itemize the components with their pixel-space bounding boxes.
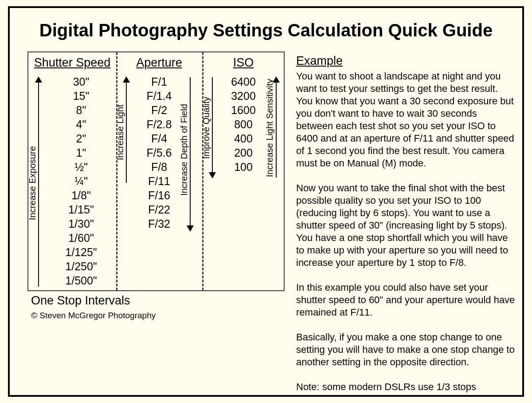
settings-table: Shutter Speed 30"15"8"4"2"1"½"¼"1/8"1/15… [27, 51, 285, 291]
arrow-label-improve-quality: Improve Quality [201, 92, 211, 163]
page-title: Digital Photography Settings Calculation… [10, 20, 522, 40]
value-item: 15" [37, 89, 125, 103]
arrow-up-icon [126, 77, 127, 183]
column-header-shutter: Shutter Speed [28, 56, 116, 70]
one-stop-intervals-label: One Stop Intervals [31, 294, 130, 308]
example-paragraph: Note: some modern DSLRs use 1/3 stops [296, 381, 516, 393]
example-paragraph: In this example you could also have set … [296, 281, 516, 319]
arrow-up-icon [38, 77, 39, 287]
value-item: 2" [37, 131, 125, 146]
value-item: ½" [37, 160, 125, 174]
arrow-up-icon [276, 77, 277, 178]
value-item: 1/30" [37, 217, 125, 231]
value-item: 1/60" [37, 231, 125, 245]
value-item: 1" [37, 146, 125, 160]
example-heading: Example [296, 54, 343, 68]
value-item: F/22 [116, 202, 202, 217]
value-item: 8" [37, 103, 125, 117]
value-item: 1/250" [37, 259, 125, 273]
column-iso: ISO 640032001600800400200100 Improve Qua… [202, 52, 285, 290]
example-paragraph: You want to shoot a landscape at night a… [296, 70, 516, 170]
arrow-down-icon [190, 77, 191, 231]
arrow-label-light-sensitivity: Increase Light Sensitivity [265, 75, 275, 181]
value-item: 1/15" [37, 202, 125, 217]
copyright-text: © Steven McGregor Photography [31, 311, 156, 320]
column-header-iso: ISO [202, 56, 285, 70]
value-item: 4" [37, 117, 125, 131]
arrow-label-depth-of-field: Increase Depth of Field [179, 97, 189, 203]
page-frame: Digital Photography Settings Calculation… [8, 6, 524, 397]
example-body: You want to shoot a landscape at night a… [296, 70, 516, 403]
column-aperture: Aperture F/1F/1.4F/2F/2.8F/4F/5.6F/8F/11… [116, 52, 202, 290]
column-shutter-speed: Shutter Speed 30"15"8"4"2"1"½"¼"1/8"1/15… [28, 52, 116, 290]
shutter-values-list: 30"15"8"4"2"1"½"¼"1/8"1/15"1/30"1/60"1/1… [37, 75, 125, 288]
example-paragraph: Basically, if you make a one stop change… [296, 331, 516, 368]
value-item: 1/125" [37, 245, 125, 259]
value-item: ¼" [37, 174, 125, 188]
value-item: 1/8" [37, 188, 125, 202]
value-item: 1/500" [37, 273, 125, 288]
arrow-down-icon [212, 77, 213, 178]
arrow-label-increase-light: Increase Light [115, 101, 125, 163]
arrow-label-increase-exposure: Increase Exposure [27, 141, 38, 225]
value-item: 30" [37, 75, 125, 89]
example-paragraph: Now you want to take the final shot with… [296, 182, 516, 269]
column-header-aperture: Aperture [116, 56, 202, 70]
